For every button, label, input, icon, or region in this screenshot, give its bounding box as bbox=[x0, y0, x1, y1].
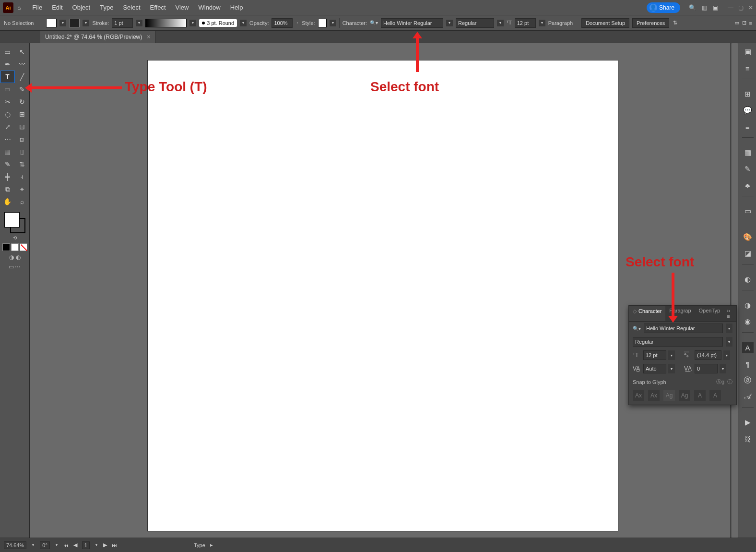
vw-dropdown[interactable]: ▾ bbox=[189, 20, 196, 26]
style-swatch[interactable] bbox=[318, 19, 327, 27]
menu-edit[interactable]: Edit bbox=[47, 2, 67, 13]
libraries-panel-icon[interactable]: ⊞ bbox=[742, 88, 754, 100]
zoom-field[interactable]: 74.64% bbox=[4, 541, 26, 549]
brushes-panel-icon[interactable]: ✎ bbox=[742, 163, 754, 175]
arrange-icon[interactable]: ▥ bbox=[702, 4, 707, 11]
appearance-panel-icon[interactable]: ◉ bbox=[742, 316, 754, 327]
tab-character[interactable]: ◇Character bbox=[629, 306, 665, 321]
color-panel-icon[interactable]: 🎨 bbox=[742, 231, 754, 243]
artboard-prev-icon[interactable]: ◀ bbox=[73, 542, 77, 548]
color-mode-none[interactable] bbox=[20, 243, 27, 251]
tool-4[interactable]: T bbox=[1, 71, 14, 83]
panel-font-size-dropdown[interactable]: ▾ bbox=[668, 350, 675, 360]
tool-8[interactable]: ✂ bbox=[1, 96, 14, 108]
close-tab-icon[interactable]: × bbox=[147, 34, 150, 40]
panel-font-family-dropdown[interactable]: ▾ bbox=[726, 324, 732, 333]
tool-19[interactable]: ⇅ bbox=[15, 158, 29, 170]
panel-leading-field[interactable] bbox=[695, 350, 721, 360]
color-mode-solid[interactable] bbox=[2, 243, 10, 251]
stroke-panel-icon[interactable]: ▭ bbox=[742, 205, 754, 217]
paragraph-label[interactable]: Paragraph bbox=[548, 20, 573, 26]
vertical-scrollbar[interactable] bbox=[730, 43, 739, 538]
artboard-next-icon[interactable]: ▶ bbox=[103, 542, 107, 548]
preferences-button[interactable]: Preferences bbox=[632, 18, 669, 28]
artboard[interactable] bbox=[148, 60, 618, 531]
tool-15[interactable]: ⧈ bbox=[15, 133, 29, 145]
panel-tracking-field[interactable] bbox=[695, 364, 718, 373]
opacity-more[interactable]: › bbox=[295, 21, 299, 25]
tool-20[interactable]: ╪ bbox=[1, 171, 14, 182]
workspace-icon[interactable]: ▣ bbox=[713, 4, 718, 11]
panel-tracking-dropdown[interactable]: ▾ bbox=[720, 364, 726, 373]
rotate-dropdown[interactable]: ▾ bbox=[55, 543, 59, 547]
tool-25[interactable]: ⌕ bbox=[15, 196, 29, 207]
prefs-more-icon[interactable]: ⇅ bbox=[673, 20, 677, 26]
panel-font-style-dropdown[interactable]: ▾ bbox=[726, 337, 732, 347]
transparency-panel-icon[interactable]: ◑ bbox=[742, 300, 754, 311]
tool-0[interactable]: ▭ bbox=[1, 46, 14, 58]
align-panel-icon[interactable]: ≡ bbox=[742, 121, 754, 132]
gradient-panel-icon[interactable]: ◐ bbox=[742, 274, 754, 285]
search-icon[interactable]: 🔍 bbox=[689, 4, 696, 11]
fill-stroke-swatch[interactable] bbox=[4, 212, 25, 233]
panel-font-style-field[interactable] bbox=[633, 337, 723, 347]
panel-collapse-icon[interactable]: ›› ≡ bbox=[724, 306, 736, 321]
properties-panel-icon[interactable]: ▣ bbox=[742, 46, 754, 58]
document-tab[interactable]: Untitled-2* @ 74.64 % (RGB/Preview) × bbox=[40, 31, 155, 43]
menu-view[interactable]: View bbox=[171, 2, 194, 13]
opentype-panel-icon[interactable]: ⓐ bbox=[742, 374, 754, 386]
color-mode-gradient[interactable] bbox=[11, 243, 19, 251]
stroke-dropdown[interactable]: ▾ bbox=[83, 20, 89, 26]
tool-13[interactable]: ⊡ bbox=[15, 121, 29, 132]
brush-dropdown[interactable]: ▾ bbox=[240, 20, 247, 26]
actions-panel-icon[interactable]: ▶ bbox=[742, 417, 754, 428]
variable-width-profile[interactable] bbox=[145, 19, 187, 27]
stroke-swatch[interactable] bbox=[69, 19, 80, 27]
font-search-icon[interactable]: 🔍▾ bbox=[370, 20, 378, 25]
transform-icon[interactable]: ⊡ bbox=[742, 20, 746, 26]
tool-9[interactable]: ↻ bbox=[15, 96, 29, 108]
color-guide-panel-icon[interactable]: ◪ bbox=[742, 248, 754, 259]
draw-behind-icon[interactable]: ◐ bbox=[16, 254, 21, 261]
rotate-field[interactable]: 0° bbox=[40, 541, 50, 549]
layers-panel-icon[interactable]: ≡ bbox=[742, 62, 754, 74]
menu-type[interactable]: Type bbox=[95, 2, 118, 13]
font-style-dropdown[interactable]: ▾ bbox=[497, 20, 504, 26]
close-icon[interactable]: ✕ bbox=[748, 4, 753, 11]
menu-effect[interactable]: Effect bbox=[145, 2, 171, 13]
symbols-panel-icon[interactable]: ♣ bbox=[742, 180, 754, 191]
tool-10[interactable]: ◌ bbox=[1, 108, 14, 120]
tool-24[interactable]: ✋ bbox=[1, 196, 14, 207]
align-icon[interactable]: ▭ bbox=[734, 20, 739, 26]
artboard-last-icon[interactable]: ⏭ bbox=[112, 542, 117, 548]
paragraph-panel-icon[interactable]: ¶ bbox=[742, 358, 754, 370]
glyph-opt-6[interactable]: A bbox=[709, 390, 721, 401]
tool-1[interactable]: ↖ bbox=[15, 46, 29, 58]
menu-select[interactable]: Select bbox=[118, 2, 145, 13]
glyphs-panel-icon[interactable]: 𝒜 bbox=[742, 391, 754, 402]
tool-17[interactable]: ▯ bbox=[15, 146, 29, 157]
tool-info-more-icon[interactable]: ▸ bbox=[210, 542, 213, 548]
stroke-weight-dropdown[interactable]: ▾ bbox=[136, 20, 142, 26]
menu-help[interactable]: Help bbox=[225, 2, 248, 13]
home-icon[interactable]: ⌂ bbox=[17, 4, 21, 11]
maximize-icon[interactable]: ▢ bbox=[738, 4, 744, 11]
character-panel-icon[interactable]: A bbox=[742, 342, 754, 353]
snap-glyph-icon-2[interactable]: ⓘ bbox=[727, 378, 732, 385]
menu-window[interactable]: Window bbox=[193, 2, 225, 13]
tool-6[interactable]: ▭ bbox=[1, 84, 14, 95]
font-family-field[interactable]: Hello Winter Regular bbox=[381, 18, 443, 28]
fill-swatch[interactable] bbox=[46, 19, 57, 27]
menu-file[interactable]: File bbox=[27, 2, 47, 13]
tool-3[interactable]: 〰 bbox=[15, 59, 29, 70]
font-style-field[interactable]: Regular bbox=[456, 18, 494, 28]
menu-object[interactable]: Object bbox=[68, 2, 95, 13]
font-size-field[interactable]: 12 pt bbox=[515, 18, 536, 28]
swap-fill-stroke-icon[interactable]: ⟲ bbox=[13, 235, 17, 240]
tool-5[interactable]: ╱ bbox=[15, 71, 29, 83]
panel-font-search-icon[interactable]: 🔍▾ bbox=[633, 326, 641, 331]
opacity-field[interactable]: 100% bbox=[272, 18, 293, 28]
comments-panel-icon[interactable]: 💬 bbox=[742, 105, 754, 116]
share-button[interactable]: 👤 Share bbox=[647, 2, 680, 13]
swatches-panel-icon[interactable]: ▦ bbox=[742, 147, 754, 158]
